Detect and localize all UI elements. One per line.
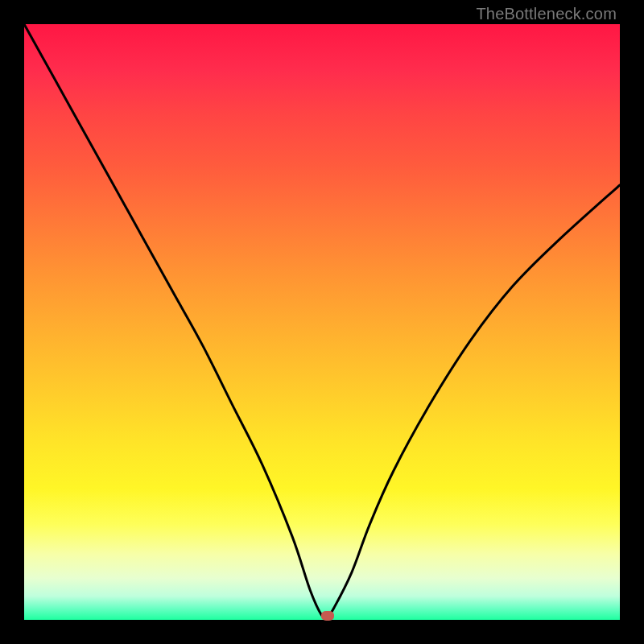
plot-area bbox=[24, 24, 620, 620]
curve-svg bbox=[24, 24, 620, 620]
bottleneck-curve bbox=[24, 24, 620, 618]
minimum-marker bbox=[321, 611, 334, 621]
chart-frame: TheBottleneck.com bbox=[0, 0, 644, 644]
watermark-text: TheBottleneck.com bbox=[476, 5, 617, 23]
